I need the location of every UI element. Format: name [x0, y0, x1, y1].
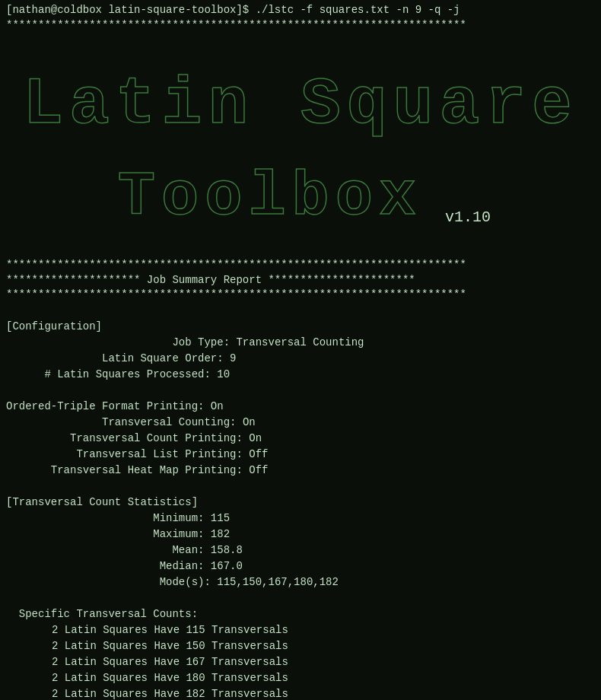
- format-row: Ordered-Triple Format Printing: On: [6, 400, 224, 412]
- tc-value: On: [243, 416, 256, 428]
- max-label: Maximum:: [153, 528, 204, 540]
- list-item: 2 Latin Squares Have 167 Transversals: [52, 654, 595, 670]
- modes-label: Mode(s):: [160, 576, 211, 588]
- lp-value: Off: [249, 448, 268, 460]
- format-value: On: [211, 400, 224, 412]
- stars-mid-2: ********************* Job Summary Report…: [6, 273, 595, 288]
- order-value: 9: [230, 352, 236, 364]
- hm-label: Transversal Heat Map Printing:: [51, 464, 243, 476]
- list-item: 2 Latin Squares Have 180 Transversals: [52, 670, 595, 686]
- config-header: [Configuration]: [6, 320, 102, 332]
- mean-value: 158.8: [211, 544, 243, 556]
- lp-label: Transversal List Printing:: [76, 448, 242, 460]
- job-type-value: Transversal Counting: [236, 336, 364, 348]
- list-item: 2 Latin Squares Have 115 Transversals: [52, 622, 595, 638]
- hm-row: Transversal Heat Map Printing: Off: [6, 464, 268, 476]
- mean-label: Mean:: [172, 544, 204, 556]
- stars-top-1: ****************************************…: [6, 18, 595, 33]
- logo-svg: Latin Square Toolbox v1.10: [11, 39, 590, 252]
- terminal-window: [nathan@coldbox latin-square-toolbox]$ .…: [0, 0, 601, 700]
- logo-container: Latin Square Toolbox v1.10: [6, 39, 595, 252]
- min-label: Minimum:: [153, 512, 204, 524]
- list-item: 2 Latin Squares Have 150 Transversals: [52, 638, 595, 654]
- list-item: 2 Latin Squares Have 182 Transversals: [52, 686, 595, 700]
- cp-label: Transversal Count Printing:: [70, 432, 243, 444]
- min-value: 115: [211, 512, 230, 524]
- format-label: Ordered-Triple Format Printing:: [6, 400, 204, 412]
- median-label: Median:: [160, 560, 205, 572]
- hm-value: Off: [249, 464, 268, 476]
- top-command: [nathan@coldbox latin-square-toolbox]$ .…: [6, 3, 595, 18]
- stars-mid-3: ****************************************…: [6, 288, 595, 303]
- max-value: 182: [211, 528, 230, 540]
- tc-row: Transversal Counting: On: [6, 416, 256, 428]
- min-row: Minimum: 115: [6, 512, 230, 524]
- mean-row: Mean: 158.8: [6, 544, 243, 556]
- cp-row: Transversal Count Printing: On: [6, 432, 262, 444]
- count-rows: 2 Latin Squares Have 115 Transversals2 L…: [6, 622, 595, 700]
- cp-value: On: [249, 432, 262, 444]
- max-row: Maximum: 182: [6, 528, 230, 540]
- processed-label: # Latin Squares Processed:: [44, 368, 210, 380]
- median-row: Median: 167.0: [6, 560, 243, 572]
- median-value: 167.0: [211, 560, 243, 572]
- job-type-label: Job Type:: [172, 336, 230, 348]
- version-text: v1.10: [445, 208, 491, 226]
- specific-header: Specific Transversal Counts:: [19, 608, 198, 620]
- modes-row: Mode(s): 115,150,167,180,182: [6, 576, 339, 588]
- report-section: [Configuration] Job Type: Transversal Co…: [6, 303, 595, 622]
- stats-header: [Transversal Count Statistics]: [6, 496, 198, 508]
- order-label: Latin Square Order:: [102, 352, 224, 364]
- processed-row: # Latin Squares Processed: 10: [6, 368, 230, 380]
- logo-line1: Latin Square: [23, 67, 578, 142]
- lp-row: Transversal List Printing: Off: [6, 448, 268, 460]
- processed-value: 10: [217, 368, 230, 380]
- stars-mid-1: ****************************************…: [6, 258, 595, 273]
- modes-value: 115,150,167,180,182: [217, 576, 339, 588]
- order-row: Latin Square Order: 9: [6, 352, 236, 364]
- tc-label: Transversal Counting:: [102, 416, 236, 428]
- job-type-row: Job Type: Transversal Counting: [6, 336, 364, 348]
- logo-line2: Toolbox: [118, 162, 422, 233]
